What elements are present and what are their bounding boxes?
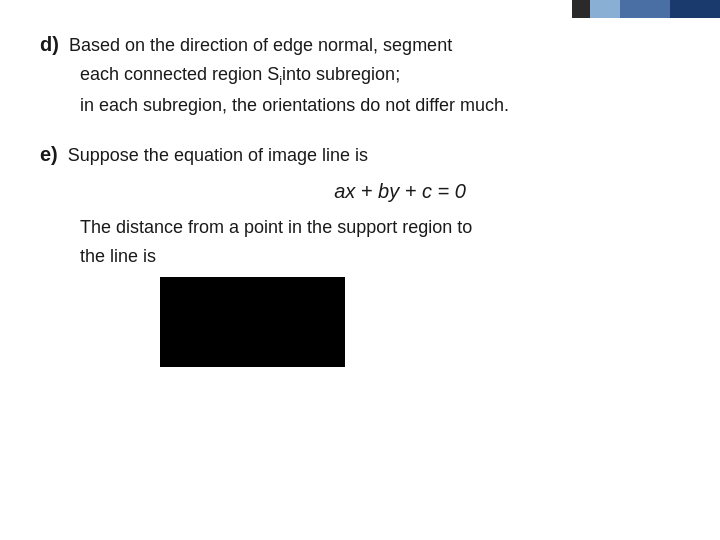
main-content: d) Based on the direction of edge normal… xyxy=(0,0,720,387)
section-e-line3: the line is xyxy=(40,242,680,271)
section-d-label: d) xyxy=(40,33,59,55)
section-e-label: e) xyxy=(40,143,58,165)
section-d: d) Based on the direction of edge normal… xyxy=(40,28,680,120)
section-d-line3: in each subregion, the orientations do n… xyxy=(40,91,680,120)
equation: ax + by + c = 0 xyxy=(120,180,680,203)
section-d-line1: d) Based on the direction of edge normal… xyxy=(40,28,680,60)
section-e-line1: e) Suppose the equation of image line is xyxy=(40,138,680,170)
section-d-line2: each connected region Siinto subregion; xyxy=(40,60,680,91)
section-e-line2: The distance from a point in the support… xyxy=(40,213,680,242)
black-formula-box xyxy=(160,277,345,367)
section-e: e) Suppose the equation of image line is… xyxy=(40,138,680,367)
